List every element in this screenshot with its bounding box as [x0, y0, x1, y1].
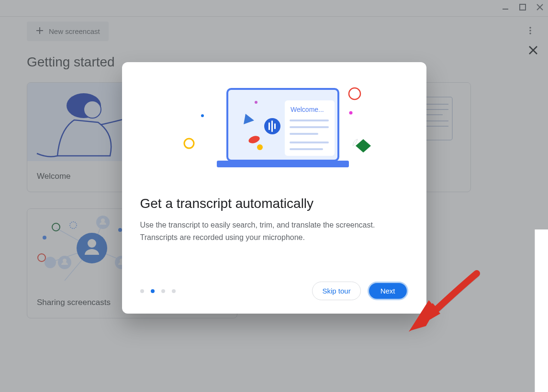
close-overlay-button[interactable]	[526, 43, 540, 59]
svg-rect-54	[274, 123, 276, 129]
modal-description: Use the transcript to easily search, tri…	[140, 219, 399, 243]
step-dot-1	[140, 289, 144, 293]
next-button[interactable]: Next	[368, 282, 408, 300]
step-dot-3	[161, 289, 165, 293]
svg-rect-53	[271, 120, 273, 132]
svg-point-55	[255, 101, 257, 104]
side-panel	[535, 229, 548, 392]
modal-illus-text: Welcome...	[291, 106, 324, 113]
skip-tour-button[interactable]: Skip tour	[312, 282, 360, 300]
svg-point-41	[201, 114, 204, 117]
step-dot-2	[151, 289, 155, 293]
step-dot-4	[172, 289, 176, 293]
svg-point-42	[184, 139, 194, 148]
onboarding-modal: Welcome... Get a transcript automaticall…	[122, 62, 426, 314]
modal-illustration: Welcome...	[122, 62, 426, 196]
close-icon	[528, 49, 538, 57]
svg-rect-44	[217, 161, 349, 167]
svg-rect-52	[268, 122, 270, 130]
svg-point-39	[349, 88, 360, 99]
svg-point-40	[349, 111, 352, 115]
step-indicator	[140, 289, 176, 293]
svg-point-57	[257, 144, 263, 150]
modal-title: Get a transcript automatically	[140, 196, 408, 211]
